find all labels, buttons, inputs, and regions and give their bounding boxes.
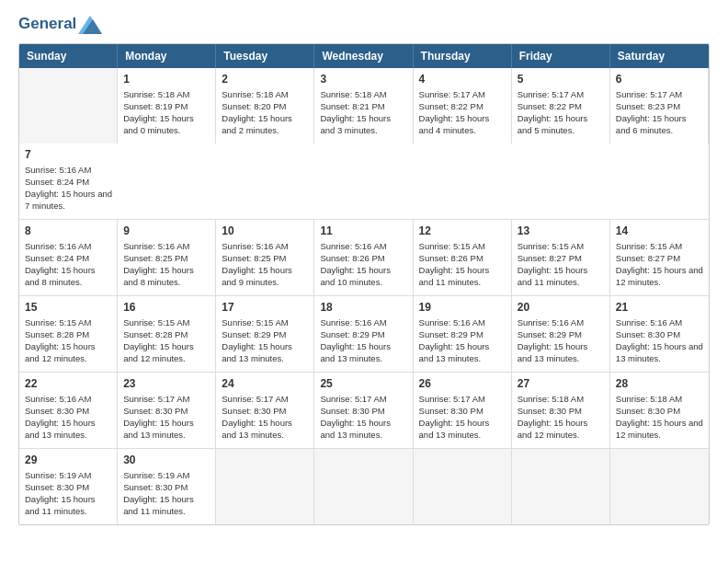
page: General SundayMondayTuesdayWednesdayThur… — [0, 0, 728, 563]
day-info: Sunrise: 5:19 AM Sunset: 8:30 PM Dayligh… — [25, 469, 111, 518]
day-number: 23 — [123, 377, 210, 390]
day-cell: 7 Sunrise: 5:16 AM Sunset: 8:24 PM Dayli… — [19, 144, 118, 219]
day-info: Sunrise: 5:17 AM Sunset: 8:30 PM Dayligh… — [222, 393, 308, 442]
day-info: Sunrise: 5:16 AM Sunset: 8:30 PM Dayligh… — [616, 316, 703, 365]
day-cell: 22 Sunrise: 5:16 AM Sunset: 8:30 PM Dayl… — [19, 373, 118, 448]
day-number: 28 — [616, 377, 703, 390]
day-info: Sunrise: 5:18 AM Sunset: 8:20 PM Dayligh… — [222, 88, 308, 137]
day-number: 3 — [320, 73, 406, 86]
weekday-header: Saturday — [610, 44, 709, 68]
header: General — [18, 15, 710, 34]
empty-cell — [512, 449, 610, 524]
day-cell: 27 Sunrise: 5:18 AM Sunset: 8:30 PM Dayl… — [512, 373, 610, 448]
day-info: Sunrise: 5:16 AM Sunset: 8:24 PM Dayligh… — [25, 164, 112, 213]
day-number: 24 — [222, 377, 308, 390]
weekday-header: Thursday — [414, 44, 512, 68]
day-info: Sunrise: 5:18 AM Sunset: 8:19 PM Dayligh… — [123, 88, 210, 137]
day-info: Sunrise: 5:17 AM Sunset: 8:30 PM Dayligh… — [320, 393, 406, 442]
day-info: Sunrise: 5:18 AM Sunset: 8:30 PM Dayligh… — [518, 393, 604, 442]
day-cell: 28 Sunrise: 5:18 AM Sunset: 8:30 PM Dayl… — [610, 373, 709, 448]
day-info: Sunrise: 5:15 AM Sunset: 8:28 PM Dayligh… — [25, 316, 111, 365]
empty-cell — [216, 449, 314, 524]
day-info: Sunrise: 5:15 AM Sunset: 8:27 PM Dayligh… — [518, 240, 604, 289]
day-cell: 19 Sunrise: 5:16 AM Sunset: 8:29 PM Dayl… — [414, 296, 512, 372]
day-number: 22 — [25, 377, 111, 390]
weekday-header: Wednesday — [314, 44, 413, 68]
day-number: 12 — [419, 224, 506, 237]
day-number: 4 — [419, 73, 506, 86]
day-number: 15 — [25, 301, 111, 314]
weekday-header: Tuesday — [216, 44, 314, 68]
day-number: 10 — [222, 224, 308, 237]
day-number: 19 — [419, 301, 506, 314]
logo: General — [18, 15, 102, 34]
day-cell: 2 Sunrise: 5:18 AM Sunset: 8:20 PM Dayli… — [216, 68, 314, 144]
weekday-header: Monday — [118, 44, 216, 68]
day-cell: 9 Sunrise: 5:16 AM Sunset: 8:25 PM Dayli… — [118, 220, 216, 295]
calendar-row: 22 Sunrise: 5:16 AM Sunset: 8:30 PM Dayl… — [19, 373, 709, 449]
calendar-row: 8 Sunrise: 5:16 AM Sunset: 8:24 PM Dayli… — [19, 220, 709, 296]
day-cell: 12 Sunrise: 5:15 AM Sunset: 8:26 PM Dayl… — [414, 220, 512, 295]
day-info: Sunrise: 5:19 AM Sunset: 8:30 PM Dayligh… — [123, 469, 210, 518]
day-cell: 21 Sunrise: 5:16 AM Sunset: 8:30 PM Dayl… — [610, 296, 709, 372]
day-cell: 6 Sunrise: 5:17 AM Sunset: 8:23 PM Dayli… — [610, 68, 709, 144]
day-cell: 8 Sunrise: 5:16 AM Sunset: 8:24 PM Dayli… — [19, 220, 118, 295]
day-cell: 1 Sunrise: 5:18 AM Sunset: 8:19 PM Dayli… — [118, 68, 216, 144]
day-number: 29 — [25, 454, 111, 466]
calendar-row: 1 Sunrise: 5:18 AM Sunset: 8:19 PM Dayli… — [19, 68, 709, 220]
empty-cell — [414, 449, 512, 524]
day-cell: 25 Sunrise: 5:17 AM Sunset: 8:30 PM Dayl… — [314, 373, 413, 448]
day-number: 7 — [25, 148, 112, 161]
day-cell: 23 Sunrise: 5:17 AM Sunset: 8:30 PM Dayl… — [118, 373, 216, 448]
day-number: 1 — [123, 73, 210, 86]
day-cell: 4 Sunrise: 5:17 AM Sunset: 8:22 PM Dayli… — [414, 68, 512, 144]
calendar-row: 15 Sunrise: 5:15 AM Sunset: 8:28 PM Dayl… — [19, 296, 709, 373]
calendar-row: 29 Sunrise: 5:19 AM Sunset: 8:30 PM Dayl… — [19, 449, 709, 524]
day-number: 5 — [518, 73, 604, 86]
day-info: Sunrise: 5:16 AM Sunset: 8:24 PM Dayligh… — [25, 240, 111, 289]
day-info: Sunrise: 5:16 AM Sunset: 8:25 PM Dayligh… — [222, 240, 308, 289]
day-info: Sunrise: 5:16 AM Sunset: 8:29 PM Dayligh… — [320, 316, 406, 365]
day-cell: 18 Sunrise: 5:16 AM Sunset: 8:29 PM Dayl… — [314, 296, 413, 372]
day-cell: 13 Sunrise: 5:15 AM Sunset: 8:27 PM Dayl… — [512, 220, 610, 295]
day-number: 25 — [320, 377, 406, 390]
day-cell: 30 Sunrise: 5:19 AM Sunset: 8:30 PM Dayl… — [118, 449, 216, 524]
day-number: 20 — [518, 301, 604, 314]
day-info: Sunrise: 5:15 AM Sunset: 8:28 PM Dayligh… — [123, 316, 210, 365]
day-info: Sunrise: 5:18 AM Sunset: 8:21 PM Dayligh… — [320, 88, 406, 137]
day-info: Sunrise: 5:17 AM Sunset: 8:30 PM Dayligh… — [419, 393, 506, 442]
day-info: Sunrise: 5:17 AM Sunset: 8:23 PM Dayligh… — [616, 88, 702, 137]
day-info: Sunrise: 5:16 AM Sunset: 8:29 PM Dayligh… — [419, 316, 506, 365]
calendar: SundayMondayTuesdayWednesdayThursdayFrid… — [18, 43, 710, 525]
logo-text: General — [18, 15, 102, 34]
day-cell: 11 Sunrise: 5:16 AM Sunset: 8:26 PM Dayl… — [314, 220, 413, 295]
day-cell: 29 Sunrise: 5:19 AM Sunset: 8:30 PM Dayl… — [19, 449, 118, 524]
day-cell: 3 Sunrise: 5:18 AM Sunset: 8:21 PM Dayli… — [314, 68, 413, 144]
day-number: 16 — [123, 301, 210, 314]
logo-icon — [78, 16, 102, 34]
day-cell: 5 Sunrise: 5:17 AM Sunset: 8:22 PM Dayli… — [512, 68, 610, 144]
day-number: 17 — [222, 301, 308, 314]
day-info: Sunrise: 5:17 AM Sunset: 8:22 PM Dayligh… — [419, 88, 506, 137]
day-number: 2 — [222, 73, 308, 86]
empty-cell — [19, 68, 118, 144]
day-info: Sunrise: 5:16 AM Sunset: 8:26 PM Dayligh… — [320, 240, 406, 289]
day-info: Sunrise: 5:16 AM Sunset: 8:25 PM Dayligh… — [123, 240, 210, 289]
day-number: 9 — [123, 224, 210, 237]
day-cell: 20 Sunrise: 5:16 AM Sunset: 8:29 PM Dayl… — [512, 296, 610, 372]
weekday-header: Friday — [512, 44, 610, 68]
day-number: 26 — [419, 377, 506, 390]
weekday-header: Sunday — [19, 44, 118, 68]
day-info: Sunrise: 5:15 AM Sunset: 8:26 PM Dayligh… — [419, 240, 506, 289]
day-cell: 15 Sunrise: 5:15 AM Sunset: 8:28 PM Dayl… — [19, 296, 118, 372]
day-info: Sunrise: 5:17 AM Sunset: 8:22 PM Dayligh… — [518, 88, 604, 137]
day-info: Sunrise: 5:16 AM Sunset: 8:30 PM Dayligh… — [25, 393, 111, 442]
day-number: 18 — [320, 301, 406, 314]
day-number: 14 — [616, 224, 703, 237]
day-number: 6 — [616, 73, 702, 86]
day-info: Sunrise: 5:15 AM Sunset: 8:29 PM Dayligh… — [222, 316, 308, 365]
day-cell: 17 Sunrise: 5:15 AM Sunset: 8:29 PM Dayl… — [216, 296, 314, 372]
day-info: Sunrise: 5:18 AM Sunset: 8:30 PM Dayligh… — [616, 393, 703, 442]
day-info: Sunrise: 5:15 AM Sunset: 8:27 PM Dayligh… — [616, 240, 703, 289]
day-number: 8 — [25, 224, 111, 237]
